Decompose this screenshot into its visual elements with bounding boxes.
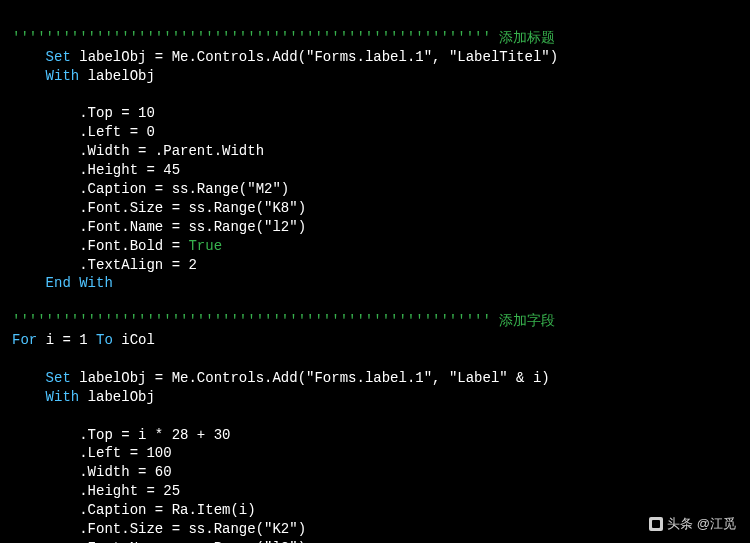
- prop-top-2: .Top = i * 28 + 30: [79, 427, 230, 443]
- prop-top-1: .Top = 10: [79, 105, 155, 121]
- kw-endwith-1: End With: [46, 275, 113, 291]
- prop-left-1: .Left = 0: [79, 124, 155, 140]
- kw-with-2: With: [46, 389, 80, 405]
- literal-true: True: [188, 238, 222, 254]
- comment-title: 添加标题: [499, 30, 555, 46]
- watermark: 头条 @江觅: [649, 515, 736, 533]
- kw-set-2: Set: [46, 370, 71, 386]
- prop-height-2: .Height = 25: [79, 483, 180, 499]
- prop-width-2: .Width = 60: [79, 464, 171, 480]
- for-init: i = 1: [46, 332, 96, 348]
- with-target-1: labelObj: [88, 68, 155, 84]
- for-end: iCol: [113, 332, 155, 348]
- prop-left-2: .Left = 100: [79, 445, 171, 461]
- kw-with: With: [46, 68, 80, 84]
- prop-fontsize-2: .Font.Size = ss.Range("K2"): [79, 521, 306, 537]
- kw-to: To: [96, 332, 113, 348]
- with-target-2: labelObj: [88, 389, 155, 405]
- prop-fontsize-1: .Font.Size = ss.Range("K8"): [79, 200, 306, 216]
- prop-width-1: .Width = .Parent.Width: [79, 143, 264, 159]
- prop-fontbold-label: .Font.Bold =: [79, 238, 188, 254]
- prop-height-1: .Height = 45: [79, 162, 180, 178]
- line-assign-2: labelObj = Me.Controls.Add("Forms.label.…: [79, 370, 549, 386]
- code-block: ''''''''''''''''''''''''''''''''''''''''…: [0, 0, 750, 543]
- prop-caption-1: .Caption = ss.Range("M2"): [79, 181, 289, 197]
- line-assign-1: labelObj = Me.Controls.Add("Forms.label.…: [79, 49, 558, 65]
- kw-for: For: [12, 332, 37, 348]
- watermark-logo-icon: [649, 517, 663, 531]
- prop-fontname-1: .Font.Name = ss.Range("l2"): [79, 219, 306, 235]
- comment-ticks: ''''''''''''''''''''''''''''''''''''''''…: [12, 30, 491, 46]
- comment-ticks-2: ''''''''''''''''''''''''''''''''''''''''…: [12, 313, 491, 329]
- watermark-text: 头条 @江觅: [667, 515, 736, 533]
- kw-set: Set: [46, 49, 71, 65]
- prop-textalign-1: .TextAlign = 2: [79, 257, 197, 273]
- comment-fields: 添加字段: [499, 313, 555, 329]
- prop-caption-2: .Caption = Ra.Item(i): [79, 502, 255, 518]
